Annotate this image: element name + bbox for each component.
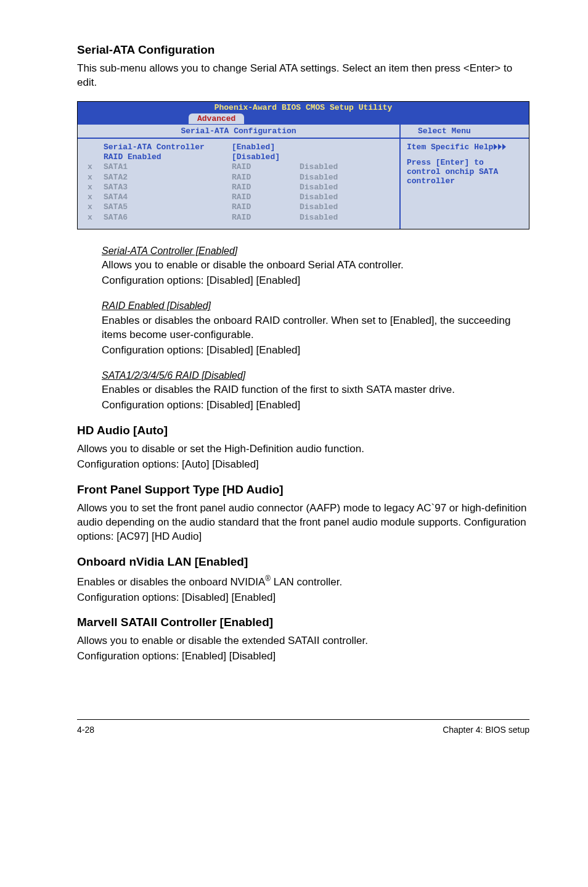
chapter-label: Chapter 4: BIOS setup	[443, 725, 529, 735]
bios-subheader-right: Select Menu	[399, 125, 529, 138]
body-text: Allows you to disable or set the High-De…	[77, 442, 529, 456]
bios-help-panel: Item Specific Help Press [Enter] to cont…	[399, 139, 529, 229]
bios-row-marker: x	[88, 162, 104, 172]
bios-item-label: SATA4	[104, 192, 232, 202]
bios-item-mid: RAID	[232, 192, 300, 202]
bios-row-marker: x	[88, 183, 104, 192]
bios-row-marker: x	[88, 173, 104, 183]
bios-item-mid: RAID	[232, 162, 300, 172]
section-heading-marvell: Marvell SATAII Controller [Enabled]	[77, 616, 529, 629]
body-text: Enables or disables the onboard NVIDIA® …	[77, 574, 529, 590]
body-text: Configuration options: [Enabled] [Disabl…	[77, 650, 529, 664]
subheading: SATA1/2/3/4/5/6 RAID [Disabled]	[102, 369, 529, 382]
section-heading-onboard-lan: Onboard nVidia LAN [Enabled]	[77, 555, 529, 569]
page-footer: 4-28 Chapter 4: BIOS setup	[77, 719, 529, 735]
bios-help-text: control onchip SATA	[407, 167, 523, 176]
chevron-right-icon	[502, 144, 506, 150]
bios-help-text: Press [Enter] to	[407, 158, 523, 167]
body-text: Allows you to enable or disable the onbo…	[102, 258, 529, 273]
chevron-right-icon	[498, 144, 502, 150]
bios-item-value: Disabled	[300, 162, 361, 172]
bios-tab-advanced: Advanced	[189, 113, 244, 124]
bios-item-label: Serial-ATA Controller	[104, 142, 232, 152]
bios-item-value: Disabled	[300, 183, 361, 192]
page-number: 4-28	[77, 725, 94, 735]
bios-item-value: Disabled	[300, 213, 361, 223]
bios-item-label: SATA2	[104, 173, 232, 183]
bios-item-value: Disabled	[300, 173, 361, 183]
body-text: Configuration options: [Disabled] [Enabl…	[102, 398, 529, 413]
body-text: Configuration options: [Disabled] [Enabl…	[102, 274, 529, 288]
bios-item-label: SATA6	[104, 213, 232, 223]
chevron-right-icon	[494, 144, 497, 150]
bios-item-mid: RAID	[232, 213, 300, 223]
bios-item-value: Disabled	[300, 202, 361, 212]
body-text: Configuration options: [Disabled] [Enabl…	[102, 344, 529, 358]
bios-item-value: [Enabled]	[232, 142, 300, 152]
bios-item-label: SATA5	[104, 202, 232, 212]
section-heading-front-panel: Front Panel Support Type [HD Audio]	[77, 483, 529, 497]
bios-help-title: Item Specific Help	[407, 142, 493, 152]
body-text: Configuration options: [Disabled] [Enabl…	[77, 591, 529, 605]
body-text: Enables or disables the onboard RAID con…	[102, 314, 529, 342]
subheading: Serial-ATA Controller [Enabled]	[102, 244, 529, 258]
bios-title: Phoenix-Award BIOS CMOS Setup Utility	[78, 102, 529, 113]
bios-item-label: RAID Enabled	[104, 152, 232, 162]
section-intro: This sub-menu allows you to change Seria…	[77, 62, 529, 90]
bios-item-mid: RAID	[232, 202, 300, 212]
bios-subheader: Serial-ATA Configuration Select Menu	[78, 124, 529, 139]
bios-row-marker: x	[88, 213, 104, 223]
bios-screenshot: Phoenix-Award BIOS CMOS Setup Utility Ad…	[77, 101, 529, 229]
bios-item-label: SATA3	[104, 183, 232, 192]
subheading: RAID Enabled [Disabled]	[102, 299, 529, 313]
bios-row-marker: x	[88, 192, 104, 202]
bios-main-panel: Serial-ATA Controller [Enabled] RAID Ena…	[78, 139, 399, 229]
body-text: Allows you to set the front panel audio …	[77, 501, 529, 544]
body-text: Allows you to enable or disable the exte…	[77, 634, 529, 648]
body-text: Configuration options: [Auto] [Disabled]	[77, 458, 529, 472]
section-heading-serial-ata: Serial-ATA Configuration	[77, 43, 529, 57]
bios-item-label: SATA1	[104, 162, 232, 172]
bios-help-text: controller	[407, 176, 523, 186]
bios-item-value: [Disabled]	[232, 152, 300, 162]
bios-tabs: Advanced	[78, 113, 529, 124]
bios-item-mid: RAID	[232, 183, 300, 192]
bios-row-marker: x	[88, 202, 104, 212]
section-heading-hd-audio: HD Audio [Auto]	[77, 424, 529, 437]
bios-item-mid: RAID	[232, 173, 300, 183]
body-text: Enables or disables the RAID function of…	[102, 383, 529, 397]
bios-subheader-left: Serial-ATA Configuration	[78, 125, 399, 138]
bios-item-value: Disabled	[300, 192, 361, 202]
